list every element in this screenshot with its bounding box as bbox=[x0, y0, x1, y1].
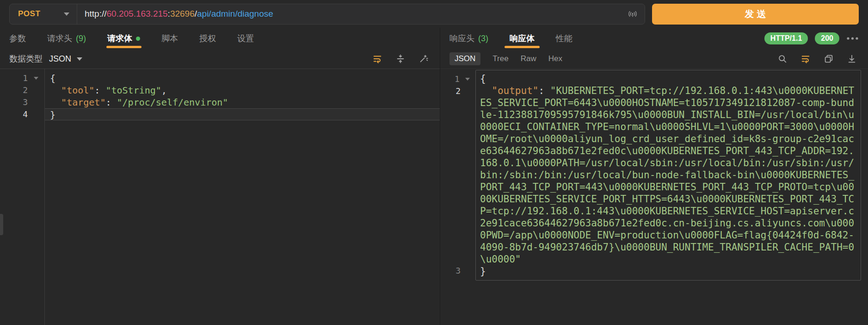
code-line-output: "output": "KUBERNETES_PORT=tcp://192.168… bbox=[480, 85, 856, 265]
url-path: api/admin/diagnose bbox=[197, 9, 273, 19]
tab-auth[interactable]: 授权 bbox=[199, 28, 216, 49]
response-body-content[interactable]: { "output": "KUBERNETES_PORT=tcp://192.1… bbox=[475, 70, 861, 281]
tab-settings[interactable]: 设置 bbox=[237, 28, 254, 49]
view-tab-hex[interactable]: Hex bbox=[548, 54, 562, 63]
response-body-toolbar: JSON Tree Raw Hex bbox=[440, 49, 868, 69]
request-bar: POST http://60.205.163.215:32696/api/adm… bbox=[0, 0, 868, 28]
tab-response-headers[interactable]: 响应头(3) bbox=[449, 28, 488, 49]
code-line-current: } bbox=[45, 108, 440, 120]
active-tab-underline bbox=[505, 46, 540, 48]
panel-resize-handle[interactable] bbox=[0, 214, 3, 235]
url-input[interactable]: http://60.205.163.215:32696/api/admin/di… bbox=[77, 9, 627, 19]
code-line: "tool": "toString", bbox=[45, 84, 440, 96]
collapse-vertical-icon[interactable] bbox=[395, 54, 406, 64]
download-icon[interactable] bbox=[847, 54, 857, 64]
url-control: POST http://60.205.163.215:32696/api/adm… bbox=[9, 4, 645, 25]
method-label: POST bbox=[18, 9, 40, 19]
line-number-gutter: 1 2 3 4 bbox=[0, 69, 45, 325]
response-panel: 响应头(3) 响应体 性能 HTTP/1.1 200 bbox=[440, 28, 868, 325]
url-host: 60.205.163.215 bbox=[107, 9, 168, 19]
view-tab-tree[interactable]: Tree bbox=[492, 54, 508, 63]
fold-caret-icon[interactable] bbox=[34, 77, 38, 80]
more-icon[interactable] bbox=[846, 37, 859, 40]
view-tab-raw[interactable]: Raw bbox=[521, 54, 536, 63]
request-body-editor[interactable]: 1 2 3 4 { "tool": "toString", "target": … bbox=[0, 69, 440, 325]
datatype-select[interactable]: JSON bbox=[49, 54, 71, 64]
body-modified-dot bbox=[136, 37, 140, 41]
chevron-down-icon bbox=[64, 12, 69, 16]
active-tab-underline bbox=[106, 46, 142, 48]
response-tab-bar: 响应头(3) 响应体 性能 HTTP/1.1 200 bbox=[440, 28, 868, 49]
chevron-down-icon[interactable] bbox=[77, 57, 82, 61]
tab-request-headers[interactable]: 请求头(9) bbox=[47, 28, 86, 49]
method-select[interactable]: POST bbox=[10, 4, 77, 24]
code-line: "target": "/proc/self/environ" bbox=[45, 96, 440, 108]
datatype-label: 数据类型 bbox=[9, 53, 43, 64]
tab-params[interactable]: 参数 bbox=[9, 28, 26, 49]
protocol-badge: HTTP/1.1 bbox=[764, 32, 808, 44]
api-client-window: POST http://60.205.163.215:32696/api/adm… bbox=[0, 0, 868, 325]
response-body-viewer: 1 2 3 { "output": "KUBERNETES_PORT=tcp:/… bbox=[440, 69, 868, 325]
send-button[interactable]: 发送 bbox=[652, 4, 859, 25]
copy-icon[interactable] bbox=[824, 54, 834, 64]
tab-script[interactable]: 脚本 bbox=[161, 28, 178, 49]
response-headers-count: (3) bbox=[478, 34, 488, 44]
request-body-code[interactable]: { "tool": "toString", "target": "/proc/s… bbox=[45, 69, 440, 325]
code-line: } bbox=[480, 265, 856, 277]
format-wand-icon[interactable] bbox=[419, 54, 429, 64]
tab-request-body[interactable]: 请求体 bbox=[107, 28, 140, 49]
word-wrap-icon[interactable] bbox=[800, 54, 811, 64]
url-port: 32696 bbox=[170, 9, 195, 19]
request-body-toolbar: 数据类型 JSON bbox=[0, 49, 440, 69]
status-code-badge: 200 bbox=[815, 32, 839, 44]
request-headers-count: (9) bbox=[76, 34, 86, 44]
view-tab-json[interactable]: JSON bbox=[449, 52, 480, 65]
broadcast-icon[interactable] bbox=[627, 8, 638, 19]
line-number-gutter: 1 2 3 bbox=[440, 70, 475, 281]
url-scheme: http:// bbox=[85, 9, 107, 19]
content-panels: 参数 请求头(9) 请求体 脚本 授权 设置 bbox=[0, 28, 868, 325]
tab-performance[interactable]: 性能 bbox=[556, 28, 573, 49]
search-icon[interactable] bbox=[777, 54, 788, 64]
request-panel: 参数 请求头(9) 请求体 脚本 授权 设置 bbox=[0, 28, 440, 325]
fold-caret-icon[interactable] bbox=[465, 78, 470, 81]
code-line: { bbox=[480, 73, 856, 85]
request-tab-bar: 参数 请求头(9) 请求体 脚本 授权 设置 bbox=[0, 28, 440, 49]
code-line: { bbox=[45, 72, 440, 84]
tab-response-body[interactable]: 响应体 bbox=[510, 28, 535, 49]
word-wrap-icon[interactable] bbox=[372, 54, 382, 64]
